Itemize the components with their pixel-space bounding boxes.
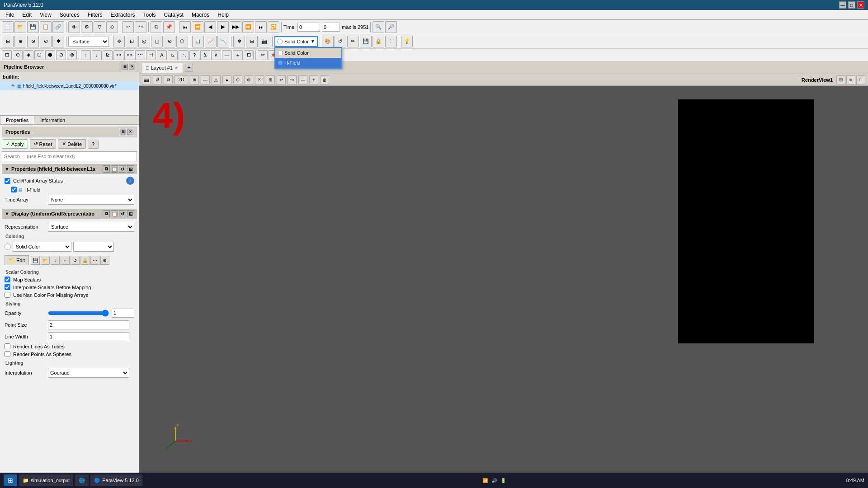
tb3-btn12[interactable]: ⊷ — [124, 50, 134, 60]
time-input[interactable] — [297, 23, 320, 32]
saveas-btn[interactable]: 📋 — [40, 21, 52, 33]
rv-btn-3[interactable]: ⧉ — [164, 75, 173, 84]
tb2-btn4[interactable]: ⊘ — [40, 36, 52, 47]
interpolation-select[interactable]: Gouraud Flat PBR — [48, 368, 129, 378]
delete-button[interactable]: ✕ Delete — [58, 139, 86, 149]
reset-colors-btn[interactable]: ↺ — [335, 36, 346, 47]
pipeline-ctrl-1[interactable]: ⊞ — [122, 64, 128, 70]
next-btn[interactable]: ▶▶ — [230, 21, 241, 33]
rv-btn-7[interactable]: ▲ — [222, 75, 231, 84]
menu-extractors[interactable]: Extractors — [107, 11, 139, 19]
tb2-btn3[interactable]: ⊗ — [27, 36, 39, 47]
tb3-btn13[interactable]: ⋯ — [135, 50, 145, 60]
menu-catalyst[interactable]: Catalyst — [160, 11, 187, 19]
last-frame-btn[interactable]: ⏭ — [255, 21, 267, 33]
rv-btn-13[interactable]: ↪ — [288, 75, 297, 84]
rv-btn-9[interactable]: ⊛ — [244, 75, 253, 84]
tab-properties[interactable]: Properties — [0, 116, 34, 124]
rv-col-btn[interactable]: ≡ — [846, 75, 855, 84]
map-scalars-checkbox[interactable] — [5, 277, 10, 282]
rv-2d-btn[interactable]: 2D — [175, 75, 188, 84]
tb3-btn5[interactable]: ⬢ — [45, 50, 55, 60]
menu-edit[interactable]: Edit — [19, 11, 35, 19]
tb2-btn2[interactable]: ⊕ — [14, 36, 26, 47]
rv-grid-btn[interactable]: ⊞ — [836, 75, 845, 84]
eye-btn[interactable]: 👁 — [68, 21, 80, 33]
first-frame-btn[interactable]: ⏮ — [179, 21, 191, 33]
color-save-btn[interactable]: 💾 — [31, 256, 40, 265]
h-field-checkbox[interactable] — [11, 187, 17, 192]
extract-btn[interactable]: ◇ — [106, 21, 118, 33]
tb3-btn7[interactable]: ⊚ — [67, 50, 77, 60]
menu-sources[interactable]: Sources — [56, 11, 83, 19]
coloring-dropdown-trigger[interactable]: Solid Color ▼ — [274, 36, 318, 47]
box-btn[interactable]: ▢ — [151, 36, 163, 47]
rv-btn-14[interactable]: — — [298, 75, 307, 84]
color-reset-btn[interactable]: ↺ — [71, 256, 80, 265]
layout-tab-close[interactable]: ✕ — [175, 66, 178, 70]
time-input2[interactable] — [322, 23, 340, 32]
coloring-select[interactable]: Solid Color H-Field — [13, 242, 71, 252]
section-copy-btn[interactable]: ⧉ — [103, 165, 110, 173]
menu-help[interactable]: Help — [214, 11, 232, 19]
tb3-btn4[interactable]: ⬡ — [34, 50, 44, 60]
rv-btn-4[interactable]: ⊕ — [190, 75, 199, 84]
maximize-button[interactable]: □ — [848, 1, 855, 9]
taskbar-paraview[interactable]: 🔵 ParaView 5.12.0 — [90, 474, 142, 486]
more-colors-btn[interactable]: ⋮ — [385, 36, 397, 47]
copy-btn[interactable]: ⧉ — [151, 21, 162, 33]
add-layout-btn[interactable]: + — [185, 64, 193, 72]
dropdown-hfield-option[interactable]: H-Field — [275, 58, 341, 68]
cell-point-checkbox[interactable] — [5, 178, 10, 184]
tb3-btn10[interactable]: ⊵ — [103, 50, 113, 60]
render-canvas[interactable]: 4) Y X — [139, 86, 868, 473]
tb3-btn1[interactable]: ⊞ — [2, 50, 12, 60]
rv-fullrow-btn[interactable]: □ — [856, 75, 865, 84]
tb3-btn6[interactable]: ⊙ — [56, 50, 66, 60]
redo-btn[interactable]: ↪ — [135, 21, 146, 33]
rv-btn-16[interactable]: 🗑 — [320, 75, 329, 84]
undo-btn[interactable]: ↩ — [122, 21, 134, 33]
edit-colors-btn[interactable]: ✏ — [347, 36, 359, 47]
color-settings-btn[interactable]: ⚙ — [100, 256, 109, 265]
color-load-btn[interactable]: 📂 — [41, 256, 50, 265]
select-btn[interactable]: ⊡ — [126, 36, 137, 47]
tb3-btn23[interactable]: ⊡ — [244, 50, 254, 60]
apply-button[interactable]: ✓ Apply — [2, 139, 28, 149]
pipeline-ctrl-2[interactable]: ✕ — [129, 64, 135, 70]
tb3-btn21[interactable]: — — [222, 50, 232, 60]
tb2-btn1[interactable]: ⊞ — [2, 36, 14, 47]
light-btn[interactable]: 💡 — [401, 36, 413, 47]
next-frame-btn[interactable]: ⏩ — [242, 21, 254, 33]
start-button[interactable]: ⊞ — [4, 474, 17, 486]
lock-colors-btn[interactable]: 🔒 — [373, 36, 384, 47]
zoom-out-btn[interactable]: 🔎 — [385, 21, 397, 33]
menu-macros[interactable]: Macros — [188, 11, 213, 19]
tb3-btn20[interactable]: ⊼ — [211, 50, 221, 60]
prev-frame-btn[interactable]: ⏪ — [192, 21, 203, 33]
display-refresh-btn[interactable]: ↺ — [119, 210, 126, 217]
close-button[interactable]: ✕ — [857, 1, 864, 9]
tb3-btn8[interactable]: ↑ — [81, 50, 91, 60]
rv-btn-12[interactable]: ↩ — [277, 75, 286, 84]
opacity-slider[interactable] — [48, 310, 109, 316]
section-expand-btn[interactable]: ⊞ — [127, 165, 134, 173]
color-lock-btn[interactable]: 🔒 — [80, 256, 90, 265]
pipeline-file-item[interactable]: 👁 ▦ hfield_field-betweenL1andL2_00000000… — [0, 81, 139, 90]
rv-btn-2[interactable]: ↺ — [153, 75, 162, 84]
new-btn[interactable]: 📄 — [2, 21, 14, 33]
render-lines-checkbox[interactable] — [5, 343, 10, 349]
split-btn[interactable]: ⊞ — [246, 36, 258, 47]
filter-btn[interactable]: ▽ — [94, 21, 105, 33]
taskbar-simulation[interactable]: 📁 simulation_output — [19, 474, 73, 486]
chart2-btn[interactable]: 📉 — [217, 36, 229, 47]
freeze-btn[interactable]: ❄ — [233, 36, 245, 47]
prev-btn[interactable]: ◀ — [204, 21, 216, 33]
reset-button[interactable]: ↺ Reset — [30, 139, 57, 149]
visibility-icon[interactable]: 👁 — [11, 84, 15, 89]
layout-tab-1[interactable]: □ Layout #1 ✕ — [141, 63, 183, 73]
connect-btn[interactable]: 🔗 — [52, 21, 64, 33]
representation-select[interactable]: Surface Wireframe — [48, 222, 134, 232]
play-btn[interactable]: ▶ — [217, 21, 229, 33]
histogram-btn[interactable]: 📈 — [205, 36, 217, 47]
